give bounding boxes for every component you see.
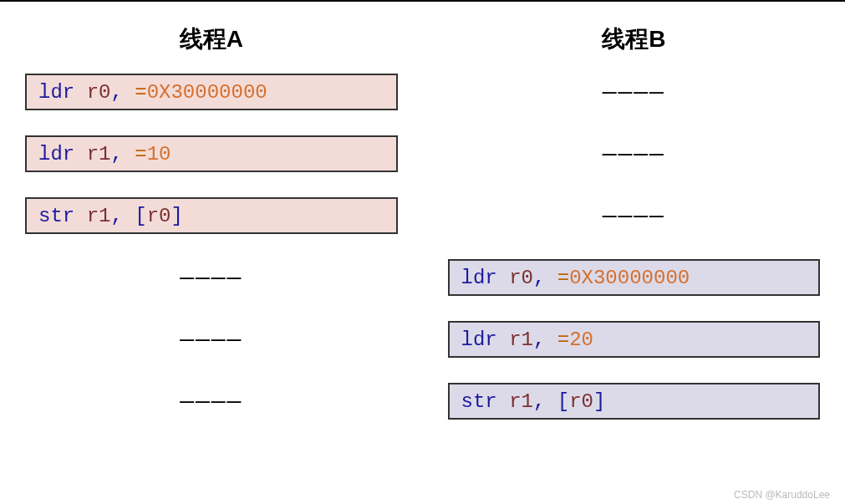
row-a-0: ldr r0 , = 0X30000000 xyxy=(25,74,398,110)
comma: , xyxy=(110,205,122,227)
dash-placeholder: ———— xyxy=(25,265,398,291)
equals: = xyxy=(557,328,569,351)
row-b-1: ———— xyxy=(448,135,821,172)
comma: , xyxy=(533,267,545,289)
comma: , xyxy=(533,328,545,351)
instruction: ldr xyxy=(461,328,497,351)
register: r1 xyxy=(509,328,533,351)
column-a-title: 线程A xyxy=(180,23,243,55)
value: 0X30000000 xyxy=(569,267,690,289)
bracket-open: [ xyxy=(135,205,146,227)
instruction: str xyxy=(38,205,74,227)
code-box: ldr r1 , = 10 xyxy=(25,135,398,172)
row-b-5: str r1 , [ r0 ] xyxy=(448,383,821,420)
columns-container: 线程A ldr r0 , = 0X30000000 ldr r1 , = 10 xyxy=(0,0,845,445)
register: r0 xyxy=(87,81,111,104)
row-b-2: ———— xyxy=(448,197,821,234)
equals: = xyxy=(557,267,569,289)
instruction: ldr xyxy=(38,81,74,104)
row-a-3: ———— xyxy=(25,259,398,296)
instruction: ldr xyxy=(38,143,74,165)
column-b-title: 线程B xyxy=(602,23,665,55)
bracket-close: ] xyxy=(593,390,605,413)
dash-placeholder: ———— xyxy=(25,389,398,415)
row-b-3: ldr r0 , = 0X30000000 xyxy=(448,259,821,296)
code-box: str r1 , [ r0 ] xyxy=(448,383,821,420)
row-b-0: ———— xyxy=(448,74,821,110)
code-box: ldr r0 , = 0X30000000 xyxy=(448,259,821,296)
row-a-5: ———— xyxy=(25,383,398,420)
comma: , xyxy=(110,143,122,165)
equals: = xyxy=(135,143,146,165)
bracket-open: [ xyxy=(557,390,569,413)
dash-placeholder: ———— xyxy=(448,141,821,167)
bracket-close: ] xyxy=(171,205,182,227)
dash-placeholder: ———— xyxy=(448,203,821,229)
instruction: str xyxy=(461,390,497,413)
code-box: ldr r1 , = 20 xyxy=(448,321,821,358)
register: r1 xyxy=(87,205,111,227)
comma: , xyxy=(110,81,122,104)
register: r1 xyxy=(87,143,111,165)
instruction: ldr xyxy=(461,267,497,289)
watermark: CSDN @KaruddoLee xyxy=(734,489,830,501)
value: 10 xyxy=(147,143,171,165)
row-a-1: ldr r1 , = 10 xyxy=(25,135,398,172)
register: r0 xyxy=(569,390,593,413)
register: r1 xyxy=(509,390,533,413)
row-a-4: ———— xyxy=(25,321,398,358)
dash-placeholder: ———— xyxy=(448,79,821,105)
column-b: 线程B ———— ———— ———— ldr r0 , = 0X30000000… xyxy=(448,23,821,445)
dash-placeholder: ———— xyxy=(25,327,398,353)
column-a: 线程A ldr r0 , = 0X30000000 ldr r1 , = 10 xyxy=(25,23,398,445)
row-b-4: ldr r1 , = 20 xyxy=(448,321,821,358)
row-a-2: str r1 , [ r0 ] xyxy=(25,197,398,234)
register: r0 xyxy=(509,267,533,289)
comma: , xyxy=(533,390,545,413)
equals: = xyxy=(135,81,146,104)
code-box: str r1 , [ r0 ] xyxy=(25,197,398,234)
value: 20 xyxy=(569,328,593,351)
register: r0 xyxy=(147,205,171,227)
code-box: ldr r0 , = 0X30000000 xyxy=(25,74,398,110)
top-border xyxy=(0,0,845,2)
value: 0X30000000 xyxy=(147,81,267,104)
